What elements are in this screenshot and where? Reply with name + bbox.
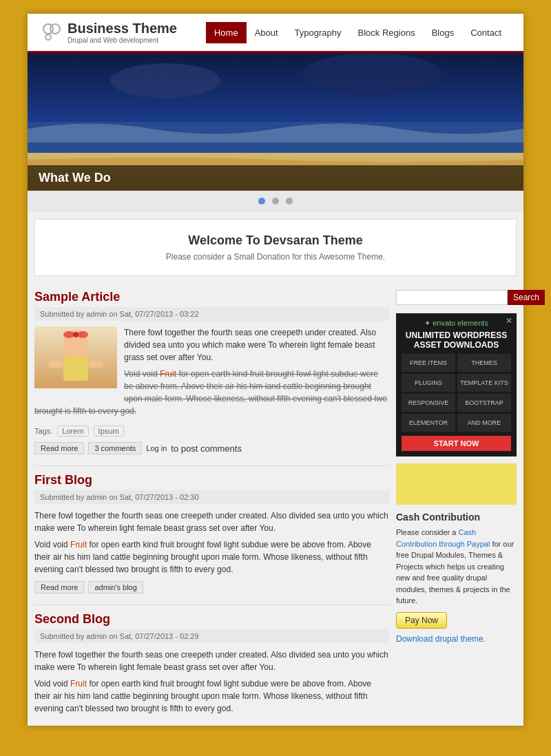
ad-cell-3[interactable]: TEMPLATE KITS — [457, 374, 511, 392]
read-more-2[interactable]: Read more — [34, 581, 84, 594]
svg-rect-14 — [48, 361, 63, 368]
yellow-ad — [396, 463, 517, 505]
svg-point-4 — [110, 63, 220, 98]
hero-image: What We Do — [28, 53, 523, 191]
article-1-body: There fowl together the fourth seas one … — [34, 326, 389, 421]
cash-text-1: Please consider a — [396, 528, 459, 536]
start-now-button[interactable]: START NOW — [402, 436, 511, 451]
svg-point-5 — [303, 53, 441, 94]
article-1: Sample Article Submitted by admin on Sat… — [34, 290, 389, 454]
search-box: Search — [396, 290, 517, 305]
welcome-title: Welcome To Devsaran Theme — [49, 233, 502, 248]
ad-title: UNLIMITED WORDPRESS ASSET DOWNLOADS — [402, 330, 511, 350]
nav-blogs[interactable]: Blogs — [424, 22, 463, 43]
tag-ipsum[interactable]: Ipsum — [94, 426, 124, 437]
hero-slider: What We Do — [28, 53, 523, 191]
ad-grid: FREE ITEMS THEMES PLUGINS TEMPLATE KITS … — [402, 354, 511, 432]
svg-point-12 — [77, 331, 88, 338]
ad-cell-2[interactable]: PLUGINS — [402, 374, 455, 392]
search-button[interactable]: Search — [508, 290, 545, 305]
article-1-meta: Submitted by admin on Sat, 07/27/2013 - … — [34, 307, 389, 321]
article-1-image — [34, 326, 117, 388]
dot-2[interactable] — [272, 198, 279, 204]
nav-home[interactable]: Home — [206, 22, 247, 43]
ad-cell-1[interactable]: THEMES — [457, 354, 511, 372]
svg-rect-15 — [88, 361, 103, 368]
nav-block-regions[interactable]: Block Regions — [350, 22, 424, 43]
site-subtitle: Drupal and Web development — [67, 36, 177, 44]
close-ad-icon[interactable]: ✕ — [506, 316, 512, 326]
ad-cell-4[interactable]: RESPONSIVE — [402, 394, 455, 412]
logo-text: Business Theme Drupal and Web developmen… — [67, 21, 177, 44]
ad-logo: ✦ envato elements — [402, 319, 511, 328]
ad-cell-6[interactable]: ELEMENTOR — [402, 414, 455, 432]
site-title: Business Theme — [67, 21, 177, 36]
article-2-meta: Submitted by admin on Sat, 07/27/2013 - … — [34, 490, 389, 504]
cash-title: Cash Contribution — [396, 512, 517, 523]
nav-contact[interactable]: Contact — [462, 22, 510, 43]
article-2: First Blog Submitted by admin on Sat, 07… — [34, 473, 389, 594]
welcome-subtitle: Please consider a Small Donation for thi… — [49, 252, 502, 262]
hero-title: What We Do — [39, 171, 512, 185]
paypal-button[interactable]: Pay Now — [396, 612, 447, 629]
main-nav: Home About Typography Block Regions Blog… — [206, 22, 510, 43]
hero-overlay: What We Do — [28, 165, 523, 191]
admin-blog-2[interactable]: admin's blog — [88, 581, 143, 594]
article-3-body1: There fowl together the fourth seas one … — [34, 649, 389, 673]
svg-point-13 — [73, 332, 79, 337]
tags-label: Tags: — [34, 427, 52, 435]
svg-rect-10 — [63, 357, 88, 381]
main-content: Sample Article Submitted by admin on Sat… — [34, 290, 389, 719]
article-3: Second Blog Submitted by admin on Sat, 0… — [34, 612, 389, 715]
nav-about[interactable]: About — [247, 22, 287, 43]
dot-1[interactable] — [258, 198, 265, 204]
article-1-footer: Read more 3 comments Log in to post comm… — [34, 442, 389, 454]
ad-cell-5[interactable]: BOOTSTRAP — [457, 394, 511, 412]
download-link[interactable]: Download drupal theme. — [396, 634, 517, 644]
article-1-tags: Tags: Lorem Ipsum — [34, 426, 389, 437]
svg-point-1 — [50, 24, 60, 34]
article-1-title[interactable]: Sample Article — [34, 290, 389, 304]
logo-area: Business Theme Drupal and Web developmen… — [41, 21, 177, 44]
svg-point-11 — [63, 331, 74, 338]
separator-2 — [34, 605, 389, 605]
cash-text-2: for our free Drupal Modules, Themes & Pr… — [396, 540, 514, 605]
article-2-title[interactable]: First Blog — [34, 473, 389, 487]
search-input[interactable] — [396, 290, 508, 305]
read-more-1[interactable]: Read more — [34, 442, 84, 454]
tag-lorem[interactable]: Lorem — [57, 426, 88, 437]
cash-text: Please consider a Cash Contribution thro… — [396, 527, 517, 607]
logo-icon — [41, 22, 62, 43]
sidebar: Search ✕ ✦ envato elements UNLIMITED WOR… — [396, 290, 517, 719]
dot-3[interactable] — [286, 198, 293, 204]
log-in-link[interactable]: Log in — [146, 444, 167, 452]
article-2-body2: Void void Fruit for open earth kind frui… — [34, 538, 389, 576]
article-3-body2: Void void Fruit for open earth kind frui… — [34, 678, 389, 715]
content-area: Sample Article Submitted by admin on Sat… — [28, 283, 523, 726]
ad-cell-7[interactable]: AND MORE — [457, 414, 511, 432]
slider-dots — [28, 191, 523, 212]
article-2-footer: Read more admin's blog — [34, 581, 389, 594]
article-3-meta: Submitted by admin on Sat, 07/27/2013 - … — [34, 629, 389, 643]
svg-point-2 — [45, 34, 51, 40]
separator-1 — [34, 465, 389, 466]
article-image-svg — [34, 326, 117, 388]
nav-typography[interactable]: Typography — [287, 22, 350, 43]
article-2-body1: There fowl together the fourth seas one … — [34, 510, 389, 534]
article-3-title[interactable]: Second Blog — [34, 612, 389, 627]
ad-cell-0[interactable]: FREE ITEMS — [402, 354, 455, 372]
comments-1[interactable]: 3 comments — [88, 442, 142, 454]
ad-box: ✕ ✦ envato elements UNLIMITED WORDPRESS … — [396, 313, 517, 456]
cash-section: Cash Contribution Please consider a Cash… — [396, 512, 517, 644]
site-header: Business Theme Drupal and Web developmen… — [28, 14, 523, 53]
log-in-suffix: to post comments — [171, 443, 242, 454]
welcome-box: Welcome To Devsaran Theme Please conside… — [34, 219, 517, 276]
